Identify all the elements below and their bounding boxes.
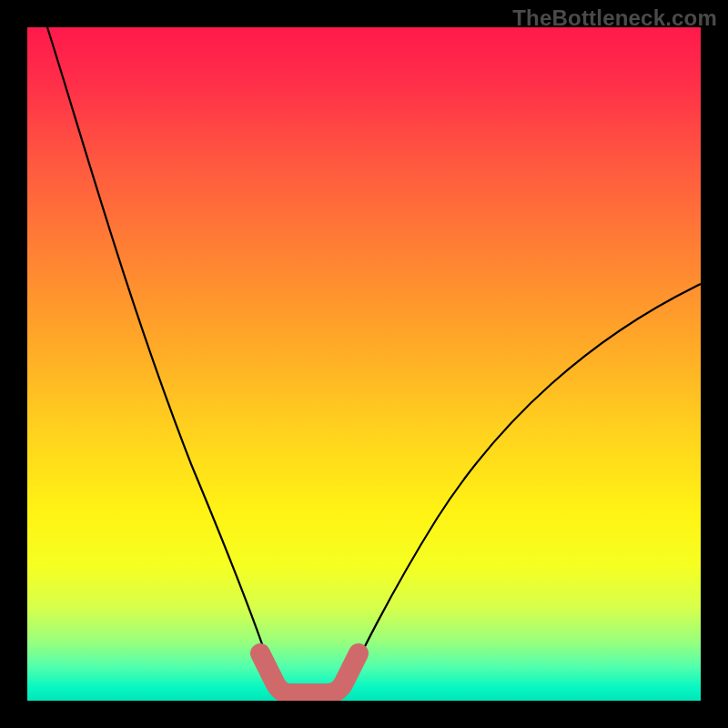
watermark-text: TheBottleneck.com xyxy=(512,5,717,31)
plot-area xyxy=(27,27,701,701)
valley-highlight xyxy=(260,653,359,693)
chart-frame: TheBottleneck.com xyxy=(0,0,728,728)
right-curve xyxy=(341,284,701,696)
chart-svg xyxy=(27,27,701,701)
left-curve xyxy=(47,27,280,696)
